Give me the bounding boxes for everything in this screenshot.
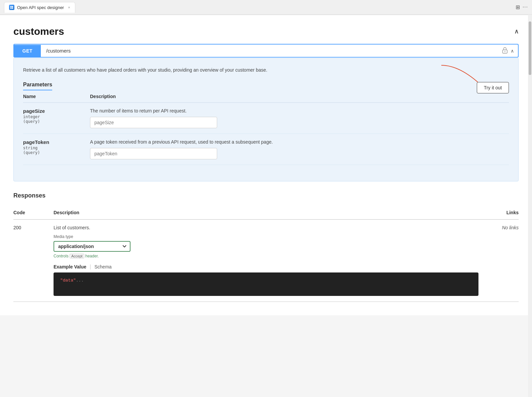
media-type-select[interactable]: application/json bbox=[54, 241, 130, 252]
param-type-pagesize: integer(query) bbox=[23, 114, 90, 124]
accept-badge: Accept bbox=[70, 254, 84, 258]
lock-icon bbox=[502, 47, 508, 55]
endpoint-collapse-button[interactable]: ∧ bbox=[511, 48, 514, 54]
col-desc-header: Description bbox=[90, 94, 509, 99]
method-badge: GET bbox=[14, 45, 41, 57]
browser-chrome: Open API spec designer × ⊞ ··· bbox=[0, 0, 532, 15]
tab-close-button[interactable]: × bbox=[68, 5, 70, 9]
endpoint-content: Retrieve a list of all customers who hav… bbox=[13, 58, 519, 181]
code-block: "data"... bbox=[54, 272, 478, 296]
param-type-pagetoken: string(query) bbox=[23, 146, 90, 155]
svg-rect-3 bbox=[12, 8, 13, 9]
param-desc-pagetoken: A page token received from a previous AP… bbox=[90, 139, 509, 145]
active-tab[interactable]: Open API spec designer × bbox=[4, 2, 75, 13]
svg-rect-2 bbox=[10, 8, 12, 9]
scrollbar-track bbox=[528, 15, 532, 397]
param-desc-col-pagetoken: A page token received from a previous AP… bbox=[90, 139, 509, 159]
param-desc-pagesize: The number of items to return per API re… bbox=[90, 108, 509, 113]
tab-divider: | bbox=[90, 264, 91, 270]
param-input-pagetoken[interactable] bbox=[90, 148, 217, 159]
schema-tab[interactable]: Schema bbox=[94, 264, 111, 269]
param-input-pagesize[interactable] bbox=[90, 117, 217, 128]
col-code-header: Code bbox=[13, 210, 54, 215]
responses-section: Responses Code Description Links 200 Lis… bbox=[13, 192, 519, 302]
example-value-tab[interactable]: Example Value bbox=[54, 264, 86, 269]
svg-rect-0 bbox=[10, 6, 12, 7]
svg-rect-1 bbox=[12, 6, 13, 7]
scrollbar-thumb[interactable] bbox=[529, 21, 531, 75]
tab-bar: Open API spec designer × bbox=[4, 2, 513, 13]
customers-section-title: customers ∧ bbox=[13, 26, 519, 37]
collapse-button[interactable]: ∧ bbox=[514, 28, 519, 35]
param-name-pagesize: pageSize bbox=[23, 108, 90, 114]
responses-table: Code Description Links 200 List of custo… bbox=[13, 206, 519, 302]
col-links-header: Links bbox=[478, 210, 519, 215]
example-tabs: Example Value | Schema bbox=[54, 264, 478, 270]
parameters-section: Parameters Name Description pageSize int… bbox=[23, 82, 509, 165]
responses-title: Responses bbox=[13, 192, 519, 199]
response-code-200: 200 bbox=[13, 225, 54, 230]
response-desc-col-200: List of customers. Media type applicatio… bbox=[54, 225, 478, 296]
col-name-header: Name bbox=[23, 94, 90, 99]
controls-text: Controls Accept header. bbox=[54, 254, 478, 258]
params-table: Name Description pageSize integer(query)… bbox=[23, 90, 509, 165]
tab-icon bbox=[9, 5, 14, 10]
endpoint-path: /customers bbox=[41, 45, 498, 57]
grid-icon[interactable]: ⊞ bbox=[516, 4, 520, 10]
param-name-pagetoken: pageToken bbox=[23, 139, 90, 145]
col-rdesc-header: Description bbox=[54, 210, 478, 215]
more-icon[interactable]: ··· bbox=[523, 4, 528, 10]
page-body: customers ∧ GET /customers ∧ Retrieve a … bbox=[0, 15, 532, 315]
parameters-label: Parameters bbox=[23, 82, 52, 90]
customers-title: customers bbox=[13, 26, 64, 37]
browser-actions: ⊞ ··· bbox=[516, 4, 528, 10]
endpoint-description: Retrieve a list of all customers who hav… bbox=[23, 67, 509, 74]
params-table-header: Name Description bbox=[23, 90, 509, 103]
tab-title: Open API spec designer bbox=[17, 5, 64, 10]
svg-point-5 bbox=[505, 51, 506, 52]
responses-table-header: Code Description Links bbox=[13, 206, 519, 220]
param-row-pagesize: pageSize integer(query) The number of it… bbox=[23, 103, 509, 134]
param-desc-col-pagesize: The number of items to return per API re… bbox=[90, 108, 509, 128]
param-name-col-pagesize: pageSize integer(query) bbox=[23, 108, 90, 124]
param-name-col-pagetoken: pageToken string(query) bbox=[23, 139, 90, 155]
response-row-200: 200 List of customers. Media type applic… bbox=[13, 220, 519, 302]
response-links-200: No links bbox=[478, 225, 519, 230]
try-it-out-button[interactable]: Try it out bbox=[477, 82, 509, 93]
endpoint-actions: ∧ bbox=[498, 47, 518, 55]
code-key: "data" bbox=[60, 278, 76, 283]
param-row-pagetoken: pageToken string(query) A page token rec… bbox=[23, 134, 509, 165]
endpoint-bar: GET /customers ∧ bbox=[13, 44, 519, 58]
media-type-label: Media type bbox=[54, 234, 478, 239]
response-desc-text-200: List of customers. bbox=[54, 225, 478, 230]
